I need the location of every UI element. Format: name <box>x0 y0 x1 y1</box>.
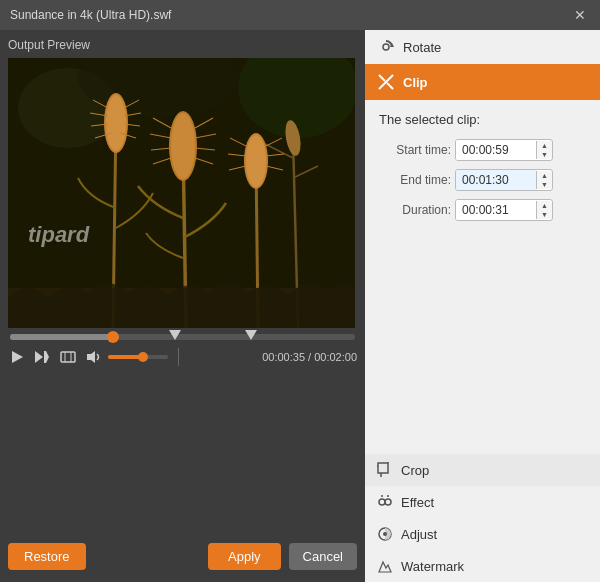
apply-button[interactable]: Apply <box>208 543 281 570</box>
trim-right-marker[interactable] <box>245 330 257 340</box>
rotate-menu-item[interactable]: Rotate <box>365 30 600 64</box>
svg-rect-42 <box>44 351 46 363</box>
svg-point-10 <box>106 95 126 151</box>
progress-fill <box>10 334 110 340</box>
duration-spin-up[interactable]: ▲ <box>537 201 552 210</box>
duration-label: Duration: <box>379 203 451 217</box>
svg-rect-53 <box>378 463 388 473</box>
right-panel: Rotate Clip The selected clip: Start tim… <box>365 30 600 582</box>
start-time-input[interactable] <box>456 140 536 160</box>
trim-left-marker[interactable] <box>169 330 181 340</box>
start-time-spin-up[interactable]: ▲ <box>537 141 552 150</box>
duration-input-wrap: ▲ ▼ <box>455 199 553 221</box>
svg-line-51 <box>379 75 385 81</box>
clip-menu-item[interactable]: Clip <box>365 64 600 100</box>
end-time-input-wrap: ▲ ▼ <box>455 169 553 191</box>
svg-line-52 <box>387 83 393 89</box>
watermark-menu-item[interactable]: Watermark <box>365 550 600 582</box>
svg-marker-40 <box>12 351 23 363</box>
title-bar: Sundance in 4k (Ultra HD).swf ✕ <box>0 0 600 30</box>
progress-area <box>8 334 357 340</box>
bottom-action-row: Restore Apply Cancel <box>8 535 357 574</box>
close-button[interactable]: ✕ <box>570 5 590 25</box>
apply-cancel-group: Apply Cancel <box>208 543 357 570</box>
crop-label: Crop <box>401 463 429 478</box>
svg-point-57 <box>379 499 385 505</box>
clip-title: The selected clip: <box>379 112 586 127</box>
window-title: Sundance in 4k (Ultra HD).swf <box>10 8 171 22</box>
svg-rect-44 <box>61 352 75 362</box>
clip-settings: The selected clip: Start time: ▲ ▼ End t… <box>365 100 600 289</box>
start-time-field: Start time: ▲ ▼ <box>379 139 586 161</box>
volume-fill <box>108 355 141 359</box>
start-time-input-wrap: ▲ ▼ <box>455 139 553 161</box>
play-button[interactable] <box>8 348 26 366</box>
clip-icon <box>377 73 395 91</box>
svg-marker-43 <box>46 351 49 363</box>
end-time-spin-up[interactable]: ▲ <box>537 171 552 180</box>
volume-area <box>84 348 168 366</box>
video-area: tipard <box>8 58 355 328</box>
progress-thumb[interactable] <box>107 331 119 343</box>
play-icon <box>10 350 24 364</box>
video-watermark: tipard <box>28 222 89 248</box>
frame-icon <box>60 350 76 364</box>
rotate-icon <box>377 38 395 56</box>
adjust-icon <box>377 526 393 542</box>
start-time-label: Start time: <box>379 143 451 157</box>
svg-marker-47 <box>87 351 95 363</box>
clip-label: Clip <box>403 75 428 90</box>
effect-menu-item[interactable]: Effect <box>365 486 600 518</box>
watermark-label: Watermark <box>401 559 464 574</box>
svg-point-21 <box>171 113 195 179</box>
end-time-input[interactable] <box>456 170 536 190</box>
svg-point-58 <box>385 499 391 505</box>
frame-button[interactable] <box>58 348 78 366</box>
svg-marker-41 <box>35 351 43 363</box>
duration-input[interactable] <box>456 200 536 220</box>
effect-label: Effect <box>401 495 434 510</box>
left-panel: Output Preview <box>0 30 365 582</box>
main-layout: Output Preview <box>0 30 600 582</box>
svg-point-49 <box>383 44 389 50</box>
adjust-menu-item[interactable]: Adjust <box>365 518 600 550</box>
rotate-label: Rotate <box>403 40 441 55</box>
cancel-button[interactable]: Cancel <box>289 543 357 570</box>
duration-field: Duration: ▲ ▼ <box>379 199 586 221</box>
end-time-field: End time: ▲ ▼ <box>379 169 586 191</box>
volume-button[interactable] <box>84 348 104 366</box>
svg-point-62 <box>383 532 387 536</box>
controls-row: 00:00:35 / 00:02:00 <box>8 348 357 366</box>
step-forward-icon <box>34 350 50 364</box>
step-forward-button[interactable] <box>32 348 52 366</box>
duration-spinners: ▲ ▼ <box>536 201 552 219</box>
end-time-label: End time: <box>379 173 451 187</box>
output-preview-label: Output Preview <box>8 38 357 52</box>
adjust-label: Adjust <box>401 527 437 542</box>
start-time-spin-down[interactable]: ▼ <box>537 150 552 159</box>
watermark-icon <box>377 558 393 574</box>
video-frame <box>8 58 355 328</box>
crop-icon <box>377 462 393 478</box>
svg-point-32 <box>246 135 266 187</box>
progress-track[interactable] <box>10 334 355 340</box>
bottom-menu: Crop Effect <box>365 454 600 582</box>
end-time-spinners: ▲ ▼ <box>536 171 552 189</box>
effect-icon <box>377 494 393 510</box>
time-divider <box>178 348 179 366</box>
start-time-spinners: ▲ ▼ <box>536 141 552 159</box>
duration-spin-down[interactable]: ▼ <box>537 210 552 219</box>
video-thumbnail: tipard <box>8 58 355 328</box>
volume-thumb[interactable] <box>138 352 148 362</box>
end-time-spin-down[interactable]: ▼ <box>537 180 552 189</box>
crop-menu-item[interactable]: Crop <box>365 454 600 486</box>
time-display: 00:00:35 / 00:02:00 <box>262 351 357 363</box>
volume-track[interactable] <box>108 355 168 359</box>
menu-spacer <box>365 289 600 454</box>
restore-button[interactable]: Restore <box>8 543 86 570</box>
volume-icon <box>86 350 102 364</box>
